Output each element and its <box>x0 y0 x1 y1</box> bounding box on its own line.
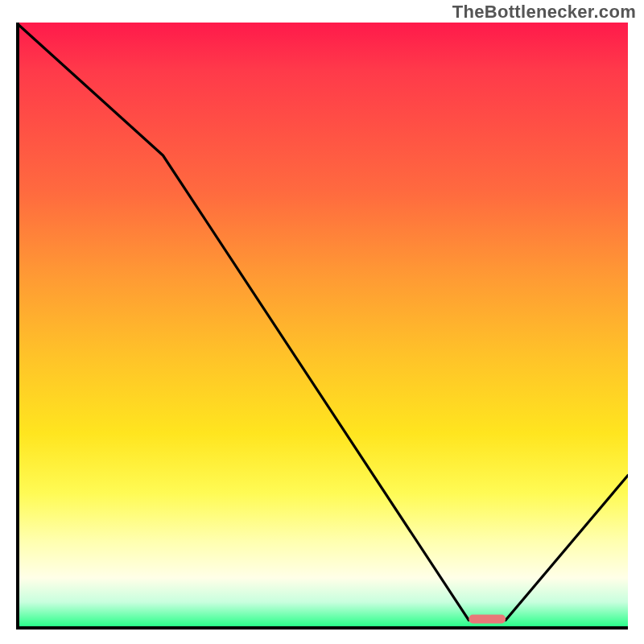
y-axis-line <box>16 23 19 630</box>
attribution-label: TheBottlenecker.com <box>452 2 636 23</box>
plot-background <box>16 23 628 626</box>
x-axis-line <box>16 626 628 630</box>
chart-container: TheBottlenecker.com <box>0 0 644 644</box>
